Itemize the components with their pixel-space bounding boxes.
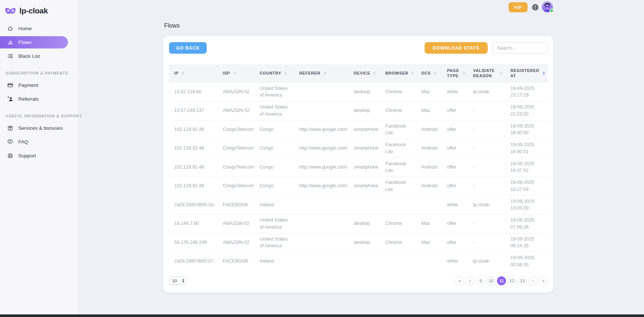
cell-ocs xyxy=(416,195,442,214)
pagination-next[interactable]: › xyxy=(528,276,537,285)
cell-browser: Chrome xyxy=(380,101,416,120)
flows-icon xyxy=(7,39,13,45)
sort-icon xyxy=(500,71,503,76)
sidebar-item-label: Home xyxy=(18,26,32,31)
sidebar-item-payment[interactable]: Payment xyxy=(0,78,78,92)
sidebar-item-home[interactable]: Home xyxy=(0,22,78,35)
select-stepper-icon xyxy=(182,279,184,283)
column-header-registered_at[interactable]: REGISTERED AT xyxy=(505,64,548,82)
column-header-device[interactable]: DEVICE xyxy=(348,64,380,82)
pagination-page-12[interactable]: 12 xyxy=(507,276,516,285)
column-header-validate_reason[interactable]: VALIDATE REASON xyxy=(468,64,505,82)
page-size-value: 10 xyxy=(172,279,177,283)
cell-referer: http://www.google.com/ xyxy=(294,158,348,177)
cell-validate_reason: lp-cloak xyxy=(468,252,505,271)
cell-ip: 102.129.92.48 xyxy=(169,177,218,196)
cell-country: United States of America xyxy=(254,82,294,101)
sidebar-item-label: FAQ xyxy=(18,139,28,145)
cell-country: United States of America xyxy=(254,214,294,233)
cell-validate_reason: lp-cloak xyxy=(468,82,505,101)
column-header-country[interactable]: COUNTRY xyxy=(254,64,294,82)
table-row: 13.57.249.137AMAZON-02United States of A… xyxy=(169,101,548,120)
sidebar: lp-cloak HomeFlowsBlack ListSUBSCRIPTION… xyxy=(0,0,78,317)
cell-device: desktop xyxy=(348,214,380,233)
cell-ocs: Android xyxy=(416,139,442,158)
cell-ip: 54.176.249.249 xyxy=(169,233,218,252)
cell-browser xyxy=(380,252,416,271)
cell-registered_at: 19-09-202523:17:29 xyxy=(505,82,548,101)
cell-country: Congo xyxy=(254,120,294,139)
flows-table: IPISPCOUNTRYREFERERDEVICEBROWSEROCSPAGE … xyxy=(169,64,548,271)
pagination-first[interactable]: « xyxy=(455,276,464,285)
pagination-page-13[interactable]: 13 xyxy=(518,276,527,285)
cell-ocs: Mac xyxy=(416,101,442,120)
cell-page_type: offer xyxy=(442,177,468,196)
cell-isp: CongoTelecom xyxy=(218,177,254,196)
cell-country: Ireland xyxy=(254,195,294,214)
table-row: 13.52.218.60AMAZON-02United States of Am… xyxy=(169,82,548,101)
sidebar-item-services-bonuses[interactable]: Services & bonuses xyxy=(0,121,78,135)
cell-device: smartphone xyxy=(348,158,380,177)
faq-icon xyxy=(7,139,13,145)
cell-device: desktop xyxy=(348,233,380,252)
cell-device: smartphone xyxy=(348,177,380,196)
column-header-ocs[interactable]: OCS xyxy=(416,64,442,82)
table-row: 102.129.92.48CongoTelecomCongohttp://www… xyxy=(169,177,548,196)
cell-referer: http://www.google.com/ xyxy=(294,139,348,158)
sidebar-item-label: Services & bonuses xyxy=(18,125,63,131)
cell-referer xyxy=(294,82,348,101)
pagination-page-11[interactable]: 11 xyxy=(497,276,506,285)
sort-icon xyxy=(181,71,185,76)
cell-browser: Facebook Lite xyxy=(380,177,416,196)
sidebar-item-faq[interactable]: FAQ xyxy=(0,135,78,149)
cell-device xyxy=(348,195,380,214)
sort-icon xyxy=(462,71,466,76)
column-header-ip[interactable]: IP xyxy=(169,64,218,82)
cell-page_type: offer xyxy=(442,101,468,120)
download-stats-button[interactable]: DOWNLOAD STATS xyxy=(425,42,488,54)
pagination-page-9[interactable]: 9 xyxy=(476,276,485,285)
pagination-page-10[interactable]: 10 xyxy=(487,276,495,285)
cell-registered_at: 19-09-202513:03:09 xyxy=(505,195,548,214)
sidebar-item-referrals[interactable]: Referrals xyxy=(0,92,78,106)
cell-isp: AMAZON-02 xyxy=(218,214,254,233)
cell-ocs: Android xyxy=(416,177,442,196)
pagination-last[interactable]: » xyxy=(539,276,548,285)
sort-icon xyxy=(323,71,326,76)
sort-icon xyxy=(373,71,376,76)
avatar[interactable] xyxy=(542,1,553,12)
cell-registered_at: 19-09-202516:27:59 xyxy=(505,177,548,196)
brand-logo[interactable]: lp-cloak xyxy=(0,0,78,17)
bottom-bar xyxy=(0,314,644,317)
cell-page_type: offer xyxy=(442,139,468,158)
cell-browser: Chrome xyxy=(380,214,416,233)
sort-icon xyxy=(284,71,287,76)
sidebar-item-support[interactable]: Support xyxy=(0,149,78,163)
cell-ip: 2a03:2880:f800:37:: xyxy=(169,252,218,271)
sort-icon xyxy=(542,71,545,76)
language-globe-button[interactable] xyxy=(531,3,539,11)
page-size-select[interactable]: 10 xyxy=(169,277,186,285)
cell-isp: CongoTelecom xyxy=(218,139,254,158)
cell-ip: 18.144.7.80 xyxy=(169,214,218,233)
column-header-browser[interactable]: BROWSER xyxy=(380,64,416,82)
pagination-prev[interactable]: ‹ xyxy=(466,276,475,285)
cell-referer xyxy=(294,233,348,252)
column-header-isp[interactable]: ISP xyxy=(218,64,254,82)
pagination: «‹910111213›» xyxy=(455,276,548,285)
sort-icon xyxy=(434,71,437,76)
cell-page_type: white xyxy=(442,82,468,101)
brand-name: lp-cloak xyxy=(19,6,48,15)
flows-card: GO BACK DOWNLOAD STATS IPISPCOUNTRYREFER… xyxy=(163,36,553,292)
go-back-button[interactable]: GO BACK xyxy=(169,42,207,54)
column-header-page_type[interactable]: PAGE TYPE xyxy=(442,64,468,82)
sidebar-section-label: USEFUL INFORMATION & SUPPORT xyxy=(6,114,74,118)
sidebar-nav: HomeFlowsBlack ListSUBSCRIPTION & PAYMEN… xyxy=(0,22,78,163)
vip-button[interactable]: VIP xyxy=(509,2,528,12)
cell-country: United States of America xyxy=(254,101,294,120)
column-header-referer[interactable]: REFERER xyxy=(294,64,348,82)
sidebar-item-label: Flows xyxy=(18,40,31,45)
sidebar-item-flows[interactable]: Flows xyxy=(0,36,68,48)
search-input[interactable] xyxy=(493,42,548,54)
sidebar-item-black-list[interactable]: Black List xyxy=(0,49,78,63)
